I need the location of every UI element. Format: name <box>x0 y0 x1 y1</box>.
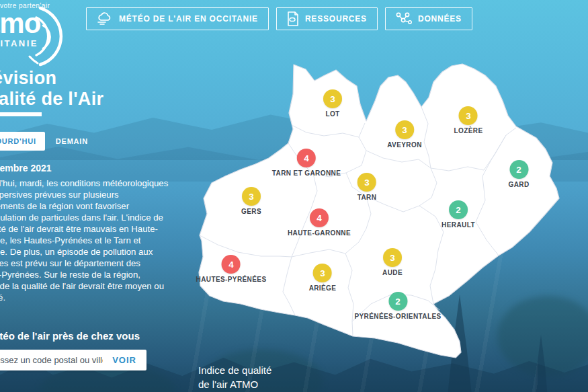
department-label: AVEYRON <box>387 141 422 149</box>
document-icon <box>287 11 299 26</box>
aqi-badge: 4 <box>297 149 316 167</box>
tab-demain[interactable]: DEMAIN <box>56 137 88 145</box>
department-label: HERAULT <box>442 221 475 229</box>
forecast-text: Aujourd'hui, mardi, les conditions météo… <box>0 178 169 303</box>
department-label: ARIÈGE <box>309 284 337 292</box>
department-marker[interactable]: 3 LOT <box>323 89 342 118</box>
department-label: LOT <box>325 110 339 118</box>
search-section-title: La météo de l'air près de chez vous <box>0 330 140 342</box>
tab-aujourdhui[interactable]: AUJOURD'HUI <box>0 132 45 151</box>
location-search: VOIR <box>0 350 146 370</box>
map-caption: Indice de qualité de l'air ATMO <box>198 363 271 391</box>
postal-code-input[interactable] <box>0 355 108 365</box>
data-network-icon <box>396 12 412 26</box>
department-marker[interactable]: 4 HAUTE-GARONNE <box>288 208 351 237</box>
logo-swoosh-icon <box>28 4 70 69</box>
aqi-badge: 3 <box>459 106 478 125</box>
department-marker[interactable]: 2 PYRÉNÉES-ORIENTALES <box>354 292 441 320</box>
title-underline <box>0 112 42 116</box>
department-label: TARN ET GARONNE <box>272 169 341 177</box>
page: 3 LOT 3 AVEYRON 3 LOZÈRE 2 GARD 4 TARN E… <box>0 0 588 392</box>
meteo-air-button[interactable]: MÉTÉO DE L'AIR EN OCCITANIE <box>86 7 269 30</box>
forecast-date: 14 décembre 2021 <box>0 163 52 173</box>
department-marker[interactable]: 4 HAUTES-PYRÉNÉES <box>196 255 267 283</box>
department-marker[interactable]: 2 HERAULT <box>442 200 475 229</box>
header-nav: MÉTÉO DE L'AIR EN OCCITANIE RESSOURCES D… <box>86 7 472 30</box>
aqi-badge: 4 <box>222 255 241 274</box>
aqi-badge: 3 <box>313 264 332 282</box>
department-marker[interactable]: 4 TARN ET GARONNE <box>272 149 341 177</box>
page-title: Prévision Qualité de l'Air <box>0 68 103 110</box>
aqi-badge: 3 <box>242 187 261 206</box>
department-label: LOZÈRE <box>454 127 483 134</box>
cloud-wind-icon <box>97 12 113 26</box>
department-label: TARN <box>358 194 377 201</box>
department-marker[interactable]: 3 AUDE <box>382 248 403 276</box>
aqi-badge: 2 <box>449 200 468 219</box>
aqi-badge: 4 <box>310 208 329 227</box>
atmo-logo[interactable]: votre parten'air atmo OCCITANIE <box>0 3 50 48</box>
nav-button-label: DONNÉES <box>418 14 462 24</box>
nav-button-label: RESSOURCES <box>305 14 367 24</box>
department-marker[interactable]: 3 ARIÈGE <box>309 264 337 292</box>
aqi-badge: 2 <box>509 160 528 179</box>
aqi-badge: 3 <box>358 173 376 192</box>
department-label: GARD <box>508 181 529 188</box>
voir-button[interactable]: VOIR <box>108 355 146 365</box>
department-label: PYRÉNÉES-ORIENTALES <box>354 313 441 320</box>
department-marker[interactable]: 3 LOZÈRE <box>454 106 483 134</box>
department-label: HAUTES-PYRÉNÉES <box>196 276 267 283</box>
aqi-badge: 2 <box>388 292 407 311</box>
aqi-badge: 3 <box>323 89 342 108</box>
department-marker[interactable]: 2 GARD <box>508 160 529 188</box>
department-marker[interactable]: 3 GERS <box>241 187 261 215</box>
department-label: AUDE <box>382 269 403 276</box>
donnees-button[interactable]: DONNÉES <box>385 7 472 30</box>
forecast-tabs: AUJOURD'HUI DEMAIN <box>0 132 88 151</box>
department-label: HAUTE-GARONNE <box>288 229 351 237</box>
department-marker[interactable]: 3 TARN <box>358 173 377 201</box>
aqi-badge: 3 <box>395 120 414 139</box>
ressources-button[interactable]: RESSOURCES <box>276 7 378 30</box>
department-label: GERS <box>241 208 261 215</box>
department-marker[interactable]: 3 AVEYRON <box>387 120 422 149</box>
nav-button-label: MÉTÉO DE L'AIR EN OCCITANIE <box>119 14 258 24</box>
aqi-badge: 3 <box>383 248 402 267</box>
